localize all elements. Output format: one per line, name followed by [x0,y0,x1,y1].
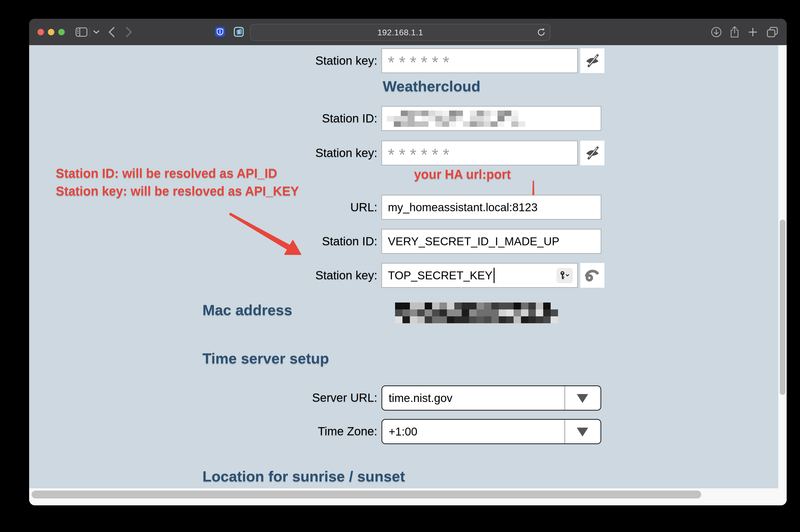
redacted-station-id [387,111,525,127]
text-caret [494,268,495,283]
weathercloud-heading: Weathercloud [383,78,481,95]
eye-off-icon [584,53,600,68]
url-input[interactable]: my_homeassistant.local:8123 [382,195,601,220]
station-key-reveal-button[interactable] [580,263,604,288]
reload-button[interactable] [537,27,546,37]
consent-extension-button[interactable] [234,27,244,37]
tab-overview-button[interactable] [765,19,779,45]
sidebar-menu-button[interactable] [91,19,101,45]
address-bar[interactable]: 192.168.1.1 [250,24,551,41]
station-id-label: Station ID: [204,229,377,254]
back-button[interactable] [106,19,117,45]
server-url-label: Server URL: [204,385,377,410]
sidebar-icon [76,27,88,37]
time-zone-label: Time Zone: [204,419,377,444]
eye-off-icon [584,146,600,160]
chevron-down-icon [93,30,99,34]
key-icon [559,271,570,281]
password-autofill-button[interactable] [557,268,573,283]
back-icon [109,27,115,37]
window-zoom-button[interactable] [58,29,65,35]
dropdown-arrow-icon [577,428,588,437]
select-divider [564,386,565,410]
time-zone-value: +1:00 [389,425,417,438]
new-tab-button[interactable] [747,19,759,45]
triple-chevron-icon [236,28,242,35]
wc-station-key-reveal-button[interactable] [580,141,604,165]
toolbar-divider [89,27,90,37]
wc-station-key-input[interactable]: ****** [382,141,578,165]
annotation-ha-url: your HA url:port [414,167,511,182]
url-label: URL: [204,195,377,220]
tab-overview-icon [766,27,778,38]
horizontal-scrollbar[interactable] [29,488,787,505]
redacted-mac-address [395,303,558,323]
plus-icon [748,27,758,37]
station-key-value: TOP_SECRET_KEY [388,269,492,282]
time-zone-select[interactable]: +1:00 [382,419,601,444]
url-value: my_homeassistant.local:8123 [388,201,538,214]
dropdown-arrow-icon [577,394,588,403]
station-key-label: Station key: [204,263,377,288]
forward-button[interactable] [124,19,134,45]
share-button[interactable] [728,19,741,45]
station-key-input[interactable]: TOP_SECRET_KEY [382,263,578,288]
vertical-scrollbar[interactable] [778,45,787,505]
station-key-top-reveal-button[interactable] [580,49,604,73]
window-close-button[interactable] [38,29,44,35]
wc-station-id-label: Station ID: [204,106,377,131]
annotation-api-id: Station ID: will be resolved as API_ID [56,166,277,180]
page-content: Station key: ****** Weathercloud Station… [29,45,787,505]
bitwarden-shield-icon [217,28,223,35]
station-id-input[interactable]: VERY_SECRET_ID_I_MADE_UP [382,229,601,254]
station-key-top-input[interactable]: ****** [382,49,578,73]
masked-password-text: ****** [388,50,454,73]
horizontal-scrollbar-thumb[interactable] [32,491,701,498]
screen: 192.168.1.1 [0,0,800,532]
station-id-value: VERY_SECRET_ID_I_MADE_UP [388,235,559,248]
download-icon [711,27,722,38]
server-url-value: time.nist.gov [389,392,452,404]
server-url-select[interactable]: time.nist.gov [382,385,601,411]
safari-window: 192.168.1.1 [29,19,787,505]
eye-on-icon [584,268,600,283]
bitwarden-extension-button[interactable] [215,27,225,37]
window-minimize-button[interactable] [48,29,54,35]
sidebar-toggle-button[interactable] [75,19,88,45]
station-key-top-label: Station key: [204,49,377,73]
vertical-scrollbar-thumb[interactable] [780,220,785,395]
wc-station-id-input[interactable] [382,106,601,131]
address-text: 192.168.1.1 [377,27,423,37]
browser-titlebar: 192.168.1.1 [29,19,787,45]
wc-station-key-label: Station key: [204,141,377,165]
forward-icon [126,27,132,37]
masked-password-text: ****** [388,142,454,165]
select-divider [564,420,565,443]
location-heading: Location for sunrise / sunset [203,468,405,485]
downloads-button[interactable] [710,19,723,45]
mac-address-heading: Mac address [203,302,292,319]
time-server-heading: Time server setup [203,350,329,367]
share-icon [730,26,740,38]
